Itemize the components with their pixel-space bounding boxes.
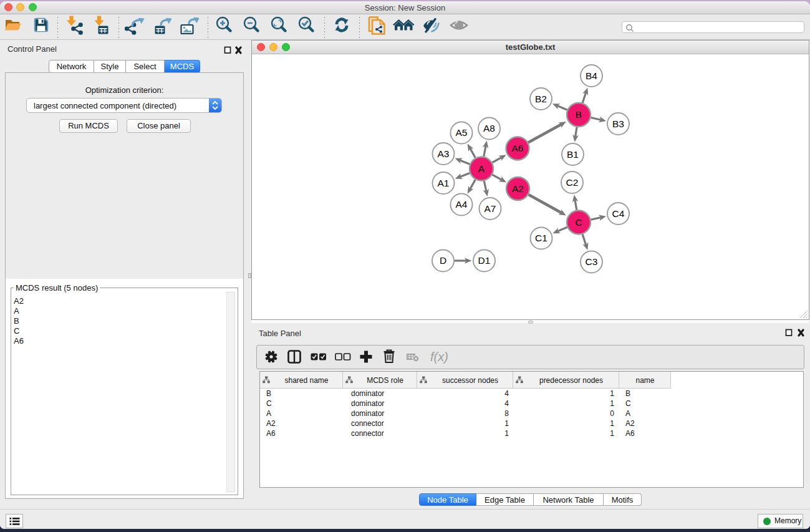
svg-text:C1: C1 — [535, 233, 547, 243]
svg-text:B: B — [266, 389, 271, 398]
svg-text:A: A — [478, 163, 485, 174]
svg-text:A3: A3 — [438, 148, 450, 159]
svg-text:connector: connector — [351, 429, 384, 438]
svg-text:A7: A7 — [485, 203, 496, 214]
svg-text:predecessor nodes: predecessor nodes — [539, 376, 603, 385]
svg-text:1: 1 — [504, 419, 509, 428]
svg-text:0: 0 — [610, 409, 614, 418]
svg-text:A6: A6 — [512, 143, 524, 153]
svg-text:dominator: dominator — [351, 399, 384, 408]
svg-text:A8: A8 — [483, 123, 495, 133]
svg-text:B4: B4 — [586, 70, 597, 81]
svg-text:name: name — [635, 376, 654, 385]
svg-text:1: 1 — [610, 399, 614, 408]
svg-text:8: 8 — [504, 409, 509, 418]
svg-text:f(x): f(x) — [430, 350, 448, 364]
svg-text:A5: A5 — [456, 127, 468, 138]
svg-text:B3: B3 — [612, 118, 624, 129]
svg-text:shared name: shared name — [284, 376, 328, 385]
svg-text:B1: B1 — [567, 149, 579, 160]
svg-text:1: 1 — [610, 389, 614, 398]
svg-text:1: 1 — [610, 429, 614, 438]
svg-text:A1: A1 — [438, 178, 450, 188]
svg-text:C: C — [266, 399, 272, 408]
svg-text:A: A — [625, 409, 630, 418]
svg-text:MCDS role: MCDS role — [367, 376, 403, 385]
svg-text:A2: A2 — [266, 419, 276, 428]
svg-text:D1: D1 — [478, 255, 491, 266]
svg-text:successor nodes: successor nodes — [442, 376, 498, 385]
svg-text:C3: C3 — [586, 256, 598, 267]
svg-text:1: 1 — [610, 419, 614, 428]
svg-text:C: C — [575, 217, 582, 228]
svg-text:B: B — [576, 109, 582, 120]
svg-text:A4: A4 — [456, 199, 468, 210]
svg-text:C: C — [625, 399, 631, 408]
svg-text:A2: A2 — [625, 419, 635, 428]
svg-text:B2: B2 — [535, 94, 547, 104]
svg-text:A6: A6 — [266, 429, 276, 438]
svg-text:dominator: dominator — [351, 389, 384, 398]
svg-text:dominator: dominator — [351, 409, 384, 418]
svg-text:C2: C2 — [566, 177, 579, 188]
svg-text:1: 1 — [504, 429, 509, 438]
svg-text:D: D — [440, 255, 446, 266]
svg-text:connector: connector — [351, 419, 384, 428]
svg-text:A6: A6 — [625, 429, 635, 438]
svg-text:A2: A2 — [512, 183, 524, 194]
svg-text:B: B — [625, 389, 630, 398]
svg-text:4: 4 — [504, 389, 509, 398]
svg-text:C4: C4 — [612, 208, 625, 219]
svg-text:4: 4 — [504, 399, 509, 408]
svg-text:A: A — [266, 409, 271, 418]
